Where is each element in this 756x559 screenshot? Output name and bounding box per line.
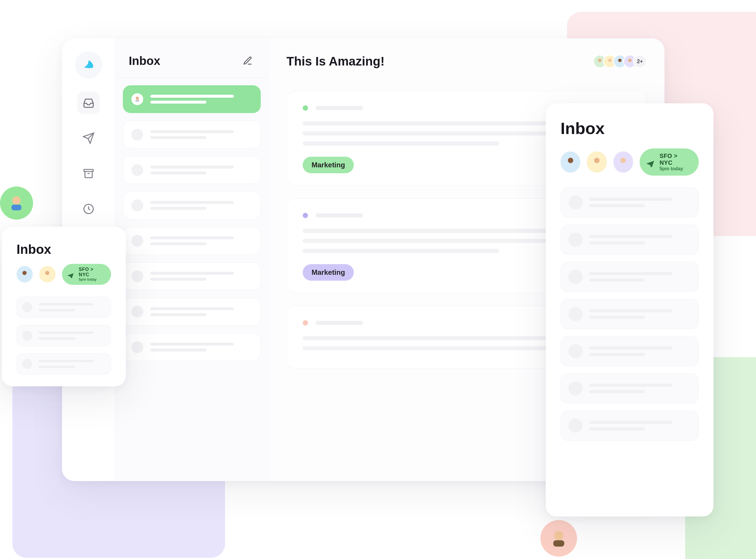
avatar-icon — [39, 266, 56, 283]
inbox-item-preview — [150, 130, 252, 139]
avatar-icon — [22, 359, 32, 369]
avatar-icon — [131, 341, 143, 353]
avatar-icon — [561, 151, 580, 173]
nav-history-icon[interactable] — [78, 198, 100, 220]
inbox-item[interactable] — [123, 156, 261, 184]
svg-rect-4 — [84, 170, 93, 172]
inbox-item[interactable] — [123, 192, 261, 219]
inbox-item[interactable] — [561, 410, 699, 441]
avatar-icon — [131, 93, 143, 105]
avatar-icon — [568, 307, 583, 321]
inbox-item[interactable] — [561, 336, 699, 366]
avatar-icon — [613, 151, 633, 173]
floating-inbox-card-left: Inbox SFO > NYC 5pm today — [2, 227, 126, 386]
avatar-icon — [568, 270, 583, 284]
compose-icon — [243, 56, 253, 66]
inbox-item-preview — [150, 307, 252, 316]
floating-avatars-row: SFO > NYC 5pm today — [17, 264, 111, 285]
inbox-item[interactable] — [561, 299, 699, 329]
inbox-item-preview — [150, 165, 252, 174]
svg-point-12 — [567, 158, 573, 163]
floating-avatars-row: SFO > NYC 5pm today — [561, 149, 699, 176]
inbox-item[interactable] — [561, 373, 699, 403]
inbox-item[interactable] — [561, 187, 699, 218]
flight-chip[interactable]: SFO > NYC 5pm today — [640, 149, 699, 176]
inbox-column: Inbox — [115, 38, 269, 481]
svg-point-13 — [594, 158, 600, 163]
thread-title: This Is Amazing! — [286, 54, 385, 68]
inbox-item[interactable] — [561, 225, 699, 255]
svg-point-2 — [554, 531, 563, 540]
avatar-icon — [131, 306, 143, 318]
inbox-header: Inbox — [115, 38, 268, 78]
inbox-divider — [115, 78, 268, 78]
inbox-item[interactable] — [17, 297, 111, 318]
svg-point-0 — [13, 197, 21, 205]
svg-rect-1 — [12, 205, 22, 211]
message-tag[interactable]: Marketing — [303, 157, 354, 173]
nav-send-icon[interactable] — [78, 127, 100, 149]
inbox-title: Inbox — [129, 54, 160, 68]
floating-avatar-bottom — [540, 520, 577, 557]
inbox-item-preview — [150, 343, 252, 352]
flight-route: SFO > NYC — [660, 153, 690, 166]
message-line-placeholder — [303, 141, 499, 146]
floating-inbox-items — [561, 187, 699, 441]
avatar-icon — [131, 129, 143, 140]
inbox-item[interactable] — [123, 298, 261, 326]
participants-row[interactable]: 2+ — [593, 54, 647, 68]
inbox-item[interactable] — [123, 227, 261, 255]
avatar-icon — [17, 266, 33, 283]
inbox-item[interactable] — [123, 85, 261, 113]
nav-inbox-icon[interactable] — [78, 91, 100, 114]
inbox-items — [115, 85, 268, 361]
message-sender-placeholder — [316, 106, 363, 110]
svg-point-16 — [45, 271, 49, 275]
status-dot-icon — [303, 105, 308, 111]
avatar-icon — [131, 164, 143, 176]
flight-time: 5pm today — [660, 166, 690, 172]
avatar-icon — [131, 270, 143, 282]
inbox-item-preview — [150, 95, 252, 104]
airplane-icon — [67, 270, 74, 278]
inbox-item[interactable] — [123, 333, 261, 361]
floating-inbox-title: Inbox — [17, 242, 111, 257]
flight-chip[interactable]: SFO > NYC 5pm today — [62, 264, 111, 285]
svg-point-10 — [618, 59, 622, 62]
compose-button[interactable] — [241, 54, 255, 68]
participants-overflow[interactable]: 2+ — [633, 54, 647, 68]
flight-time: 5pm today — [79, 278, 105, 282]
reader-header: This Is Amazing! 2+ — [286, 54, 647, 68]
avatar-icon — [587, 151, 607, 173]
floating-inbox-card-right: Inbox SFO > NYC 5pm today — [546, 103, 713, 516]
inbox-item-preview — [150, 237, 252, 245]
inbox-item-preview — [150, 201, 252, 210]
inbox-item[interactable] — [561, 262, 699, 292]
message-sender-placeholder — [316, 321, 363, 325]
inbox-item[interactable] — [17, 353, 111, 375]
avatar-icon — [568, 232, 583, 247]
flight-route: SFO > NYC — [79, 267, 105, 278]
floating-avatar-left — [0, 186, 33, 220]
inbox-item[interactable] — [123, 121, 261, 149]
inbox-item[interactable] — [17, 325, 111, 346]
airplane-icon — [646, 157, 655, 167]
svg-point-9 — [608, 59, 611, 62]
inbox-item[interactable] — [123, 262, 261, 290]
message-tag[interactable]: Marketing — [303, 264, 354, 281]
message-line-placeholder — [303, 249, 499, 253]
status-dot-icon — [303, 320, 308, 326]
avatar-icon — [568, 381, 583, 396]
svg-point-11 — [628, 59, 632, 62]
avatar-icon — [568, 419, 583, 433]
avatar-icon — [131, 200, 143, 211]
svg-rect-3 — [553, 540, 564, 546]
nav-archive-icon[interactable] — [78, 162, 100, 185]
avatar-icon — [568, 195, 583, 209]
message-sender-placeholder — [316, 214, 363, 218]
floating-inbox-title: Inbox — [561, 119, 699, 138]
svg-rect-7 — [135, 100, 139, 102]
avatar-icon — [22, 302, 32, 312]
svg-point-8 — [598, 59, 602, 62]
inbox-item-preview — [150, 272, 252, 281]
